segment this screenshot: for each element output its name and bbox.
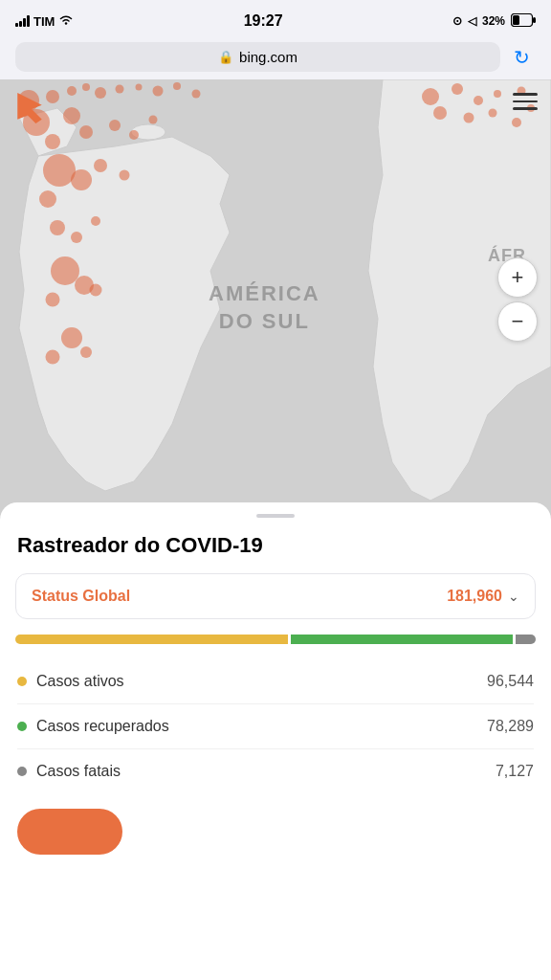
status-time: 19:27	[244, 12, 283, 30]
dot-fatal	[17, 767, 27, 776]
status-bar: TIM 19:27 ⊙ ◁ 32%	[0, 0, 551, 38]
url-field[interactable]: 🔒 bing.com	[15, 42, 500, 72]
action-button-partial[interactable]	[17, 809, 122, 855]
navigation-icon: ◁	[468, 14, 476, 28]
stat-row-recovered[interactable]: Casos recuperados 78,289	[17, 704, 534, 749]
stat-name-fatal: Casos fatais	[36, 763, 121, 780]
svg-rect-2	[513, 15, 519, 25]
stat-name-active: Casos ativos	[36, 673, 124, 690]
lock-icon: 🔒	[218, 50, 233, 64]
carrier-name: TIM	[33, 14, 55, 29]
battery-icon	[511, 13, 536, 30]
map-controls: + −	[497, 257, 538, 342]
drag-handle[interactable]	[256, 514, 295, 518]
total-count: 181,960	[447, 588, 502, 605]
zoom-out-button[interactable]: −	[497, 301, 538, 342]
recovered-bar	[291, 635, 512, 644]
stat-value-fatal: 7,127	[496, 763, 534, 780]
signal-bars	[15, 15, 30, 27]
svg-rect-1	[533, 17, 536, 23]
map-area[interactable]: ÁFR AMÉRICA DO SUL + −	[0, 79, 551, 520]
address-bar: 🔒 bing.com ↻	[0, 38, 551, 79]
stat-value-recovered: 78,289	[487, 718, 534, 735]
status-count-area: 181,960 ⌄	[447, 588, 519, 605]
menu-button[interactable]	[513, 93, 538, 110]
dot-active	[17, 677, 27, 686]
covid-panel: Rastreador do COVID-19 Status Global 181…	[0, 502, 551, 980]
stat-name-recovered: Casos recuperados	[36, 718, 169, 735]
url-text: bing.com	[239, 49, 298, 65]
active-bar	[15, 635, 288, 644]
status-right: ⊙ ◁ 32%	[452, 13, 536, 30]
fatal-bar	[516, 635, 536, 644]
stat-row-fatal[interactable]: Casos fatais 7,127	[17, 749, 534, 793]
dot-recovered	[17, 722, 27, 731]
battery-percent: 32%	[482, 14, 505, 28]
status-card[interactable]: Status Global 181,960 ⌄	[15, 573, 536, 619]
zoom-in-button[interactable]: +	[497, 257, 538, 298]
progress-bars	[15, 635, 536, 644]
bing-logo	[13, 93, 46, 125]
stat-value-active: 96,544	[487, 673, 534, 690]
map-svg: ÁFR	[0, 79, 551, 520]
stat-left-fatal: Casos fatais	[17, 763, 121, 780]
refresh-button[interactable]: ↻	[508, 44, 536, 71]
panel-title: Rastreador do COVID-19	[0, 533, 551, 573]
chevron-down-icon: ⌄	[508, 589, 519, 604]
wifi-icon	[58, 14, 74, 29]
location-icon: ⊙	[452, 14, 462, 28]
stat-left-recovered: Casos recuperados	[17, 718, 169, 735]
stat-left-active: Casos ativos	[17, 673, 124, 690]
status-left: TIM	[15, 14, 74, 29]
stats-list: Casos ativos 96,544 Casos recuperados 78…	[0, 659, 551, 793]
svg-point-4	[131, 124, 165, 140]
status-global-label: Status Global	[32, 588, 130, 605]
stat-row-active[interactable]: Casos ativos 96,544	[17, 659, 534, 704]
